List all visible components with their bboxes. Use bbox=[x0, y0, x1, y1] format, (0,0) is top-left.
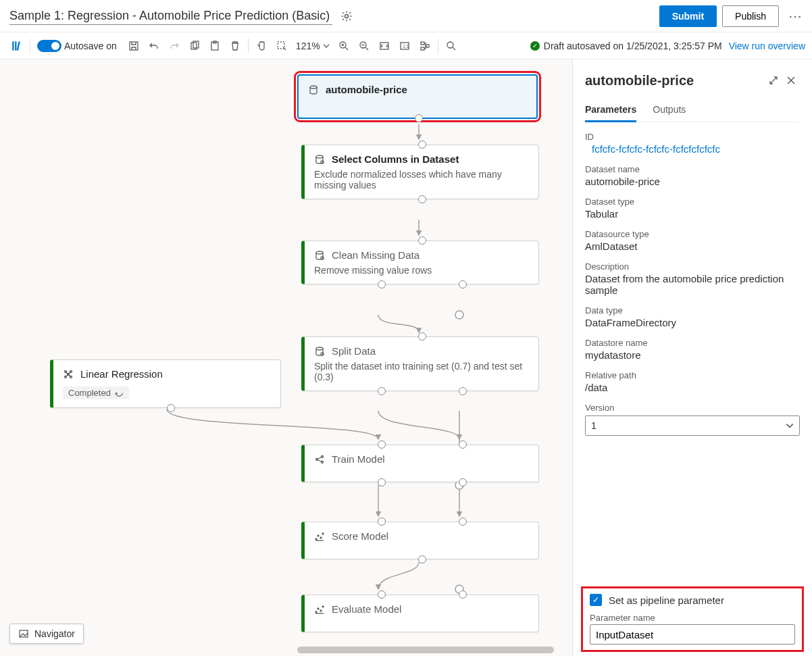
tab-parameters[interactable]: Parameters bbox=[585, 99, 636, 122]
field-value: /data bbox=[585, 382, 800, 393]
undo-icon[interactable] bbox=[144, 36, 164, 56]
field-label: Version bbox=[585, 403, 800, 413]
autosave-toggle[interactable] bbox=[37, 40, 61, 52]
field-label: Dataset type bbox=[585, 197, 800, 207]
svg-point-37 bbox=[315, 538, 317, 540]
train-icon bbox=[314, 454, 325, 465]
pipeline-param-label: Set as pipeline parameter bbox=[609, 595, 724, 606]
delete-icon[interactable] bbox=[225, 36, 245, 56]
paste-icon[interactable] bbox=[205, 36, 225, 56]
field-value: Tabular bbox=[585, 208, 800, 220]
evaluate-icon bbox=[314, 604, 325, 615]
field-value: mydatastore bbox=[585, 349, 800, 361]
node-score-model[interactable]: Score Model bbox=[301, 522, 539, 559]
svg-point-42 bbox=[318, 608, 319, 609]
pipeline-param-checkbox[interactable]: ✓ bbox=[590, 594, 602, 606]
header-bar: Sample 1: Regression - Automobile Price … bbox=[0, 0, 812, 32]
toolbar: Autosave on 121% 1:1 ✓ Draft autosaved o… bbox=[0, 32, 812, 59]
svg-point-43 bbox=[320, 610, 322, 611]
submit-button[interactable]: Submit bbox=[659, 5, 717, 27]
redo-icon[interactable] bbox=[164, 36, 184, 56]
svg-rect-16 bbox=[421, 47, 424, 50]
fit-screen-icon[interactable] bbox=[374, 36, 395, 56]
svg-point-0 bbox=[345, 14, 349, 18]
autosave-label: Autosave on bbox=[64, 41, 117, 51]
svg-point-23 bbox=[316, 155, 323, 158]
more-icon[interactable]: ⋯ bbox=[788, 8, 803, 24]
module-icon bbox=[314, 346, 325, 357]
svg-point-38 bbox=[318, 535, 319, 536]
svg-point-22 bbox=[310, 86, 317, 89]
close-icon[interactable] bbox=[782, 72, 800, 89]
node-clean-missing-data[interactable]: Clean Missing Data Remove missing value … bbox=[301, 241, 539, 284]
pipeline-title[interactable]: Sample 1: Regression - Automobile Price … bbox=[9, 7, 332, 25]
field-value: DataFrameDirectory bbox=[585, 317, 800, 328]
svg-point-25 bbox=[316, 251, 323, 254]
copy-icon[interactable] bbox=[184, 36, 205, 56]
save-icon[interactable] bbox=[124, 36, 144, 56]
success-icon: ✓ bbox=[530, 41, 540, 51]
node-linear-regression[interactable]: Linear Regression Completed bbox=[50, 359, 281, 408]
id-link[interactable]: fcfcfc-fcfcfc-fcfcfc-fcfcfcfcfcfc bbox=[592, 143, 800, 155]
svg-point-19 bbox=[455, 311, 463, 319]
field-value: AmlDataset bbox=[585, 241, 800, 252]
svg-rect-2 bbox=[15, 41, 16, 51]
node-evaluate-model[interactable]: Evaluate Model bbox=[301, 595, 539, 632]
svg-point-39 bbox=[320, 537, 322, 538]
ml-icon bbox=[63, 369, 74, 380]
zoom-in-icon[interactable] bbox=[334, 36, 354, 56]
svg-point-40 bbox=[322, 533, 324, 534]
field-label: Datastore name bbox=[585, 338, 800, 348]
field-label: Description bbox=[585, 261, 800, 272]
status-badge: Completed bbox=[63, 386, 129, 399]
field-label: Dataset name bbox=[585, 164, 800, 174]
library-icon[interactable] bbox=[7, 36, 27, 56]
tab-outputs[interactable]: Outputs bbox=[653, 99, 686, 122]
svg-point-24 bbox=[321, 161, 324, 163]
select-icon[interactable] bbox=[272, 36, 292, 56]
svg-point-28 bbox=[321, 353, 324, 355]
version-dropdown[interactable]: 1 bbox=[585, 415, 800, 436]
zoom-level[interactable]: 121% bbox=[296, 41, 330, 51]
expand-icon[interactable] bbox=[765, 72, 782, 89]
score-icon bbox=[314, 531, 325, 542]
module-icon bbox=[314, 250, 325, 261]
svg-point-27 bbox=[316, 347, 323, 350]
draft-status: ✓ Draft autosaved on 1/25/2021, 3:25:57 … bbox=[530, 41, 722, 51]
svg-rect-17 bbox=[426, 45, 429, 47]
gear-icon[interactable] bbox=[340, 10, 353, 22]
autolayout-icon[interactable] bbox=[415, 36, 435, 56]
properties-panel: automobile-price Parameters Outputs IDfc… bbox=[573, 59, 812, 656]
field-label: Parameter name bbox=[590, 613, 795, 623]
pipeline-canvas[interactable]: automobile-price Select Columns in Datas… bbox=[0, 59, 573, 656]
svg-point-41 bbox=[315, 611, 317, 613]
publish-button[interactable]: Publish bbox=[722, 5, 779, 27]
field-label: Datasource type bbox=[585, 229, 800, 239]
svg-rect-4 bbox=[130, 42, 138, 50]
node-train-model[interactable]: Train Model bbox=[301, 445, 539, 482]
node-select-columns[interactable]: Select Columns in Dataset Exclude normal… bbox=[301, 145, 539, 199]
parameter-name-input[interactable] bbox=[590, 624, 795, 645]
svg-rect-3 bbox=[17, 41, 20, 51]
dataset-icon bbox=[308, 84, 319, 95]
node-automobile-price[interactable]: automobile-price bbox=[297, 74, 538, 119]
field-label: Relative path bbox=[585, 370, 800, 380]
actual-size-icon[interactable]: 1:1 bbox=[395, 36, 415, 56]
horizontal-scrollbar[interactable] bbox=[297, 647, 554, 653]
module-icon bbox=[314, 154, 325, 165]
svg-text:1:1: 1:1 bbox=[403, 44, 409, 49]
node-split-data[interactable]: Split Data Split the dataset into traini… bbox=[301, 336, 539, 391]
view-run-link[interactable]: View run overview bbox=[729, 41, 805, 51]
pipeline-parameter-section: ✓ Set as pipeline parameter Parameter na… bbox=[581, 586, 804, 652]
zoom-out-icon[interactable] bbox=[354, 36, 374, 56]
panel-title: automobile-price bbox=[585, 73, 765, 89]
svg-point-26 bbox=[321, 257, 324, 259]
navigator-button[interactable]: Navigator bbox=[9, 624, 84, 644]
field-value: Dataset from the automobile price predic… bbox=[585, 273, 800, 296]
field-value: automobile-price bbox=[585, 176, 800, 187]
pan-icon[interactable] bbox=[251, 36, 272, 56]
svg-point-44 bbox=[322, 606, 324, 607]
svg-rect-15 bbox=[421, 42, 424, 45]
field-label: ID bbox=[585, 132, 800, 142]
search-icon[interactable] bbox=[441, 36, 461, 56]
